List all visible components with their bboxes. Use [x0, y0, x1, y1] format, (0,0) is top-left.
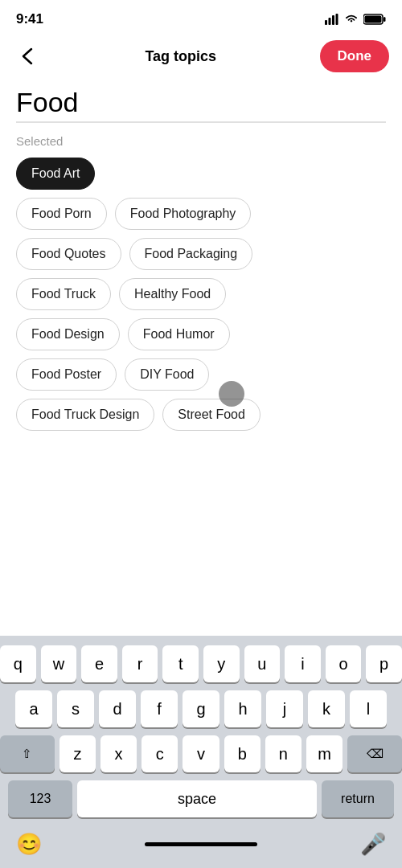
kb-key-y[interactable]: y	[203, 645, 240, 682]
kb-key-q[interactable]: q	[0, 645, 36, 682]
kb-key-c[interactable]: c	[142, 735, 178, 772]
return-key[interactable]: return	[322, 780, 394, 817]
nav-bar: Tag topics Done	[0, 35, 402, 77]
kb-key-o[interactable]: o	[326, 645, 362, 682]
tags-row-4: Food Poster DIY Food	[16, 358, 386, 391]
svg-rect-6	[365, 16, 382, 23]
tag-chip-food-photography[interactable]: Food Photography	[115, 198, 252, 230]
kb-key-h[interactable]: h	[224, 690, 261, 727]
tag-chip-food-poster[interactable]: Food Poster	[16, 358, 117, 391]
kb-row-4: 123 space return	[0, 780, 402, 817]
space-key[interactable]: space	[77, 780, 317, 817]
status-time: 9:41	[16, 11, 43, 27]
kb-key-w[interactable]: w	[41, 645, 77, 682]
kb-key-m[interactable]: m	[306, 735, 343, 772]
search-area	[0, 77, 402, 126]
kb-key-s[interactable]: s	[57, 690, 94, 727]
svg-rect-2	[332, 15, 334, 25]
battery-icon	[363, 14, 386, 25]
kb-bottom-row: 😊 🎤	[0, 825, 402, 868]
kb-key-g[interactable]: g	[183, 690, 219, 727]
kb-key-p[interactable]: p	[366, 645, 402, 682]
kb-key-k[interactable]: k	[308, 690, 345, 727]
home-indicator	[145, 842, 257, 846]
kb-row-1: q w e r t y u i o p	[0, 645, 402, 682]
kb-key-l[interactable]: l	[350, 690, 387, 727]
search-input-wrapper	[16, 87, 386, 123]
kb-key-z[interactable]: z	[59, 735, 96, 772]
kb-key-u[interactable]: u	[244, 645, 281, 682]
kb-key-b[interactable]: b	[224, 735, 260, 772]
tags-row-0: Food Porn Food Photography	[16, 198, 386, 230]
keyboard: q w e r t y u i o p a s d f g h j k l ⇧ …	[0, 636, 402, 868]
wifi-icon	[344, 14, 359, 25]
selected-tags-row: Food Art	[16, 158, 386, 190]
kb-key-r[interactable]: r	[122, 645, 158, 682]
kb-key-i[interactable]: i	[285, 645, 321, 682]
done-button[interactable]: Done	[320, 40, 390, 72]
tag-chip-food-quotes[interactable]: Food Quotes	[16, 238, 121, 270]
kb-key-f[interactable]: f	[141, 690, 178, 727]
tags-row-1: Food Quotes Food Packaging	[16, 238, 386, 270]
tags-row-5: Food Truck Design Street Food	[16, 399, 386, 431]
tags-row-2: Food Truck Healthy Food	[16, 278, 386, 310]
kb-row-3: ⇧ z x c v b n m ⌫	[0, 735, 402, 772]
mic-key[interactable]: 🎤	[360, 832, 386, 857]
tags-row-3: Food Design Food Humor	[16, 318, 386, 350]
signal-icon	[325, 14, 339, 25]
kb-key-a[interactable]: a	[15, 690, 52, 727]
kb-key-d[interactable]: d	[99, 690, 136, 727]
kb-key-x[interactable]: x	[100, 735, 137, 772]
kb-row-2: a s d f g h j k l	[0, 690, 402, 727]
shift-key[interactable]: ⇧	[0, 735, 55, 772]
svg-rect-3	[336, 14, 338, 25]
status-bar: 9:41	[0, 0, 402, 35]
tag-chip-street-food[interactable]: Street Food	[162, 399, 260, 431]
kb-key-e[interactable]: e	[81, 645, 117, 682]
kb-key-t[interactable]: t	[162, 645, 199, 682]
svg-rect-5	[384, 17, 386, 22]
back-button[interactable]	[13, 42, 42, 71]
selected-label: Selected	[0, 126, 402, 153]
status-icons	[325, 14, 386, 25]
tag-chip-food-truck-design[interactable]: Food Truck Design	[16, 399, 154, 431]
tag-chip-food-art[interactable]: Food Art	[16, 158, 95, 190]
tag-chip-food-design[interactable]: Food Design	[16, 318, 120, 350]
emoji-key[interactable]: 😊	[16, 832, 42, 857]
tag-chip-food-porn[interactable]: Food Porn	[16, 198, 107, 230]
tag-chip-food-humor[interactable]: Food Humor	[128, 318, 230, 350]
tag-chip-diy-food[interactable]: DIY Food	[125, 358, 209, 391]
tag-chip-food-packaging[interactable]: Food Packaging	[129, 238, 253, 270]
tag-chip-healthy-food[interactable]: Healthy Food	[119, 278, 226, 310]
numbers-key[interactable]: 123	[8, 780, 72, 817]
kb-key-j[interactable]: j	[266, 690, 303, 727]
tags-area: Food Art Food Porn Food Photography Food…	[0, 153, 402, 448]
backspace-key[interactable]: ⌫	[347, 735, 402, 772]
search-input[interactable]	[16, 87, 386, 118]
svg-rect-1	[329, 18, 331, 25]
back-arrow-icon	[22, 47, 33, 65]
kb-key-v[interactable]: v	[183, 735, 219, 772]
kb-key-n[interactable]: n	[265, 735, 302, 772]
tag-chip-food-truck[interactable]: Food Truck	[16, 278, 111, 310]
svg-rect-0	[325, 20, 327, 25]
page-title: Tag topics	[145, 48, 216, 65]
